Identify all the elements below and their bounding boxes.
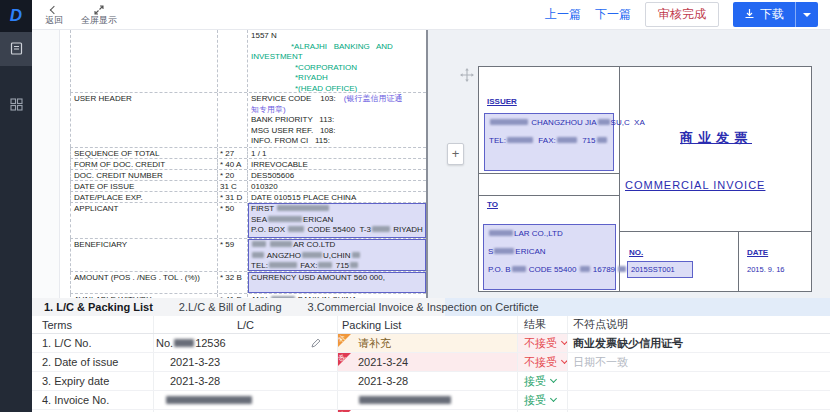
tab-item-1[interactable]: 1. L/C & Packing List	[44, 301, 153, 313]
term-cell: 4. Invoice No.	[32, 391, 154, 409]
consignee-highlight-box[interactable]: LAR CO.,LTDSERICANP.O. B CODE 55400 1678…	[483, 224, 616, 290]
swift-value-line: ANGZHOU,CHIN	[251, 251, 423, 262]
swift-value-line: 1 / 1	[251, 149, 423, 158]
chevron-down-icon	[561, 338, 568, 345]
tab-item-2[interactable]: 2.L/C & Bill of Lading	[179, 301, 282, 313]
top-toolbar: 返回 全屏显示 上一篇 下一篇 审核完成 下载	[32, 0, 830, 30]
swift-field-value: 010320	[248, 181, 426, 191]
text-segment: 1 / 1	[251, 149, 267, 158]
chevron-down-icon	[803, 13, 811, 17]
result-select[interactable]: 接受	[524, 372, 567, 390]
note-cell	[568, 391, 830, 409]
redacted-text	[252, 252, 264, 258]
redacted-text	[166, 396, 252, 404]
swift-row: DATE/PLACE EXP.* 31 DDATE 010515 PLACE C…	[70, 192, 426, 203]
swift-row: FORM OF DOC. CREDIT* 40 AIRREVOCABLE	[70, 159, 426, 170]
swift-field-tag: * 40 A	[218, 159, 248, 169]
term-cell: 3. Expiry date	[32, 372, 154, 390]
text-segment: INVESTMENT	[251, 52, 303, 61]
lc-value-text: 12536	[195, 337, 226, 349]
discrepancy-note: 日期不一致	[573, 355, 628, 370]
swift-field-tag: * 32 B	[218, 272, 248, 293]
swift-row: DATE OF ISSUE31 C010320	[70, 181, 426, 192]
next-doc-link[interactable]: 下一篇	[595, 6, 631, 23]
swift-field-value: IRREVOCABLE	[248, 159, 426, 169]
packing-list-cell: 2021-3-28	[338, 372, 518, 390]
swift-field-value[interactable]: FIRST SEAERICANP.O. BOX CODE 55400 T-3 R…	[248, 203, 426, 238]
redacted-text	[618, 266, 626, 272]
tab-item-3[interactable]: 3.Commercial Invoice & Inspection on Cer…	[308, 301, 539, 313]
swift-field-value: DES505606	[248, 170, 426, 180]
text-segment: 715	[333, 261, 349, 270]
text-segment: FAX:	[298, 261, 318, 270]
swift-field-tag: * 59	[218, 239, 248, 271]
panel-divider[interactable]	[426, 30, 428, 298]
redacted-text	[288, 226, 304, 232]
text-segment: CODE 55400	[527, 265, 579, 274]
note-cell: 商业发票缺少信用证号	[568, 334, 830, 352]
comparison-header-row: TermsL/CPacking List结果不符点说明	[32, 316, 830, 334]
download-button[interactable]: 下载	[733, 2, 795, 27]
redacted-text	[268, 216, 302, 222]
download-options-button[interactable]	[795, 2, 818, 27]
swift-field-value[interactable]: CURRENCY USD AMOUNT 560 000,	[248, 272, 426, 293]
to-label: TO	[487, 200, 498, 209]
comparison-row: 2. Date of issue2021-3-23改2021-3-24不接受日期…	[32, 353, 830, 372]
text-segment: *RIYADH	[295, 73, 328, 82]
note-cell	[568, 372, 830, 390]
fullscreen-icon	[94, 4, 104, 15]
comparison-header-cell: 不符点说明	[568, 316, 830, 333]
swift-row: 1557 N*ALRAJHI BANKING ANDINVESTMENT*COR…	[70, 30, 426, 93]
redacted-text	[252, 241, 266, 247]
text-segment: FAX:	[534, 136, 556, 145]
text-segment: RIYADH	[391, 225, 423, 234]
redacted-text	[270, 241, 292, 247]
redacted-text	[352, 252, 360, 258]
comparison-row: 4. Invoice No.接受	[32, 391, 830, 410]
text-segment: CHANGZHOU JIA	[529, 118, 597, 127]
sidebar-item-documents[interactable]	[0, 32, 32, 66]
text-segment: FIRST	[251, 204, 276, 213]
back-button[interactable]: 返回	[45, 4, 63, 25]
comparison-row: 3. Expiry date2021-3-282021-3-28接受	[32, 372, 830, 391]
text-segment: 16789	[591, 265, 618, 274]
text-segment: 1557 N	[251, 31, 277, 40]
text-segment: (银行盖信用证通	[344, 94, 403, 103]
redacted-text	[580, 266, 590, 272]
result-select[interactable]: 接受	[524, 391, 567, 409]
zoom-in-button[interactable]: +	[447, 143, 464, 165]
text-segment: SEA	[251, 215, 267, 224]
download-label: 下载	[760, 6, 784, 23]
text-segment: S	[488, 247, 493, 256]
redacted-text	[598, 119, 610, 125]
swift-value-line: BANK PRIORITY 113:	[251, 115, 423, 126]
swift-field-tag: * 27	[218, 148, 248, 158]
lc-value-cell: 2021-3-23	[154, 353, 338, 371]
result-select[interactable]: 不接受	[524, 353, 567, 371]
swift-value-line: FIRST	[251, 204, 423, 215]
review-done-button[interactable]: 审核完成	[645, 2, 719, 27]
swift-field-value[interactable]: AR CO.LTD ANGZHOU,CHINTEL: FAX: 715	[248, 239, 426, 271]
result-cell: 不接受	[518, 334, 568, 352]
swift-field-tag	[218, 93, 248, 147]
text-segment: *(HEAD OFFICE)	[295, 84, 357, 93]
result-cell: 接受	[518, 372, 568, 390]
text-segment: *ALRAJHI BANKING AND	[291, 42, 393, 51]
edit-icon[interactable]	[311, 338, 321, 348]
invoice-no-highlight-box[interactable]: 2015SST001	[627, 261, 693, 278]
swift-field-label: BENEFICIARY	[70, 239, 218, 271]
sidebar-item-apps[interactable]	[0, 88, 32, 122]
prev-doc-link[interactable]: 上一篇	[545, 6, 581, 23]
result-select[interactable]: 不接受	[524, 334, 567, 352]
issuer-highlight-box[interactable]: CHANGZHOU JIASU,C XATEL: FAX: 715	[484, 113, 614, 171]
move-handle-icon[interactable]	[460, 68, 474, 82]
text-segment: TEL:	[489, 136, 506, 145]
swift-field-tag: * 50	[218, 203, 248, 238]
swift-field-tag	[218, 30, 248, 92]
comparison-table: TermsL/CPacking List结果不符点说明1. L/C No.No.…	[32, 316, 830, 412]
fullscreen-button[interactable]: 全屏显示	[81, 4, 117, 25]
text-segment: 010320	[251, 182, 278, 191]
redacted-text	[318, 262, 332, 268]
invoice-text-line: TEL: FAX: 715	[489, 136, 609, 145]
swift-value-line: DATE 010515 PLACE CHINA	[251, 193, 423, 202]
